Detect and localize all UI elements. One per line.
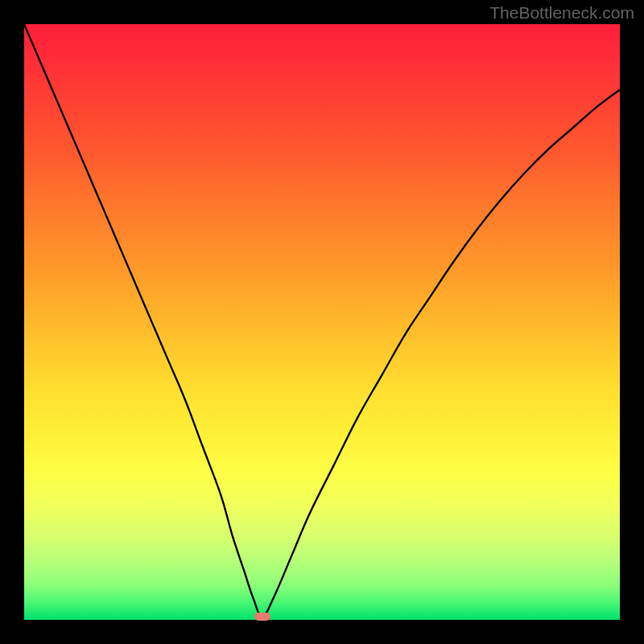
bottleneck-curve [24, 24, 620, 620]
minimum-marker [254, 613, 270, 621]
chart-plot-area [24, 24, 620, 620]
watermark-text: TheBottleneck.com [489, 3, 634, 23]
